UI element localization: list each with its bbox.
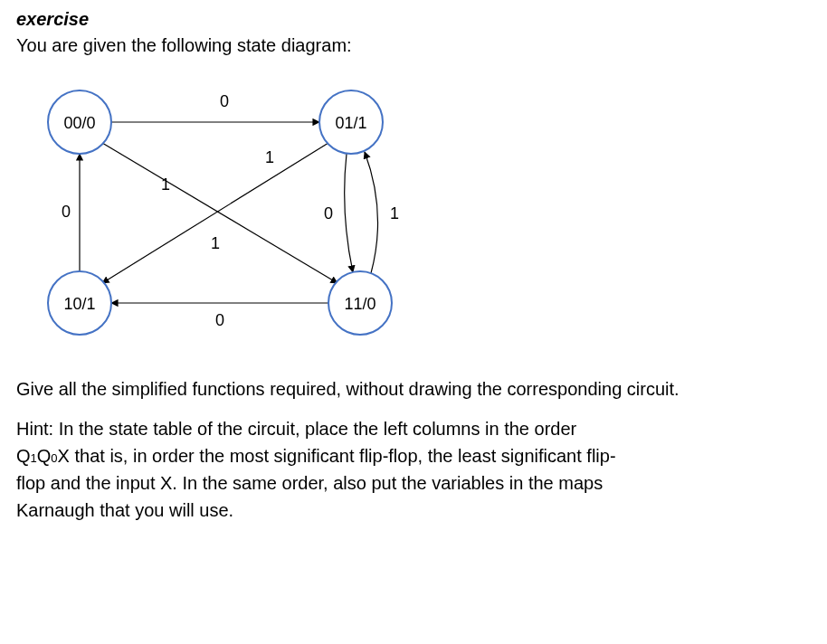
- hint-line3: flop and the input X. In the same order,…: [16, 473, 603, 493]
- hint-line4: Karnaugh that you will use.: [16, 500, 233, 520]
- edge-label-01-11: 0: [324, 204, 333, 223]
- state-10-label: 10/1: [63, 295, 95, 313]
- edge-11-01: [365, 152, 378, 273]
- state-diagram-svg: 0 0 1 1 1 0 0 1 00/0: [25, 77, 423, 348]
- state-10: 10/1: [48, 271, 111, 335]
- edge-label-10-00: 0: [62, 203, 71, 221]
- edge-label-11-01: 1: [390, 204, 399, 223]
- edge-label-01-10-lower: 1: [211, 234, 220, 252]
- state-11: 11/0: [328, 271, 392, 335]
- state-diagram: 0 0 1 1 1 0 0 1 00/0: [25, 77, 811, 348]
- hint-q1: Q: [16, 446, 31, 466]
- state-11-label: 11/0: [344, 295, 375, 313]
- edge-00-11: [102, 143, 337, 283]
- edge-01-10: [102, 143, 328, 283]
- state-00: 00/0: [48, 90, 111, 154]
- state-00-label: 00/0: [63, 114, 95, 132]
- hint-line1: Hint: In the state table of the circuit,…: [16, 419, 576, 439]
- task-text: Give all the simplified functions requir…: [16, 375, 811, 402]
- hint-sub0: 0: [51, 451, 57, 465]
- edge-label-01-10-upper: 1: [265, 148, 274, 166]
- edge-label-00-11-upper: 1: [161, 175, 170, 194]
- edge-label-11-10: 0: [215, 311, 224, 329]
- state-01: 01/1: [319, 90, 383, 154]
- page: exercise You are given the following sta…: [0, 0, 827, 553]
- hint-text: Hint: In the state table of the circuit,…: [16, 415, 811, 524]
- state-01-label: 01/1: [335, 114, 366, 132]
- exercise-heading: exercise: [16, 9, 811, 30]
- hint-sub1: 1: [31, 451, 37, 465]
- hint-q0: Q: [37, 446, 52, 466]
- intro-text: You are given the following state diagra…: [16, 32, 811, 59]
- edge-label-00-01: 0: [220, 92, 229, 110]
- edge-01-11: [345, 154, 353, 272]
- hint-suffix: X that is, in order the most significant…: [58, 446, 616, 466]
